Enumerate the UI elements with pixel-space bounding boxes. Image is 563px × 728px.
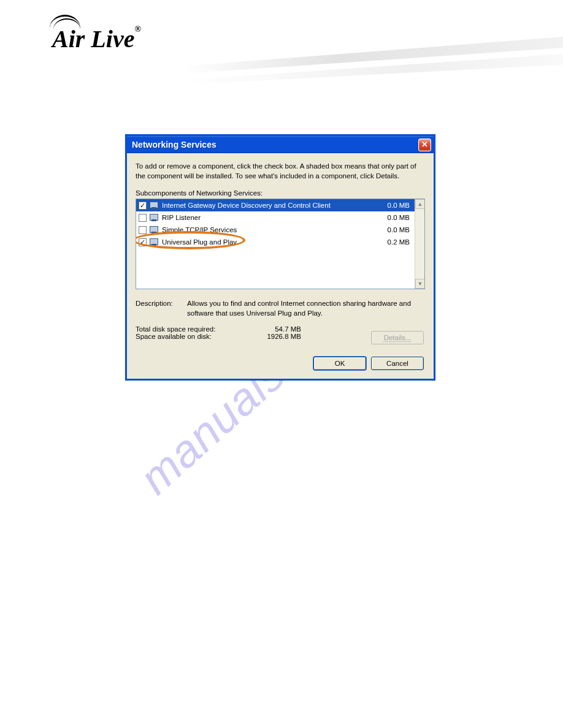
close-icon: ✕ bbox=[421, 140, 428, 148]
list-item[interactable]: Simple TCP/IP Services0.0 MB bbox=[136, 224, 424, 236]
list-item[interactable]: ✓Internet Gateway Device Discovery and C… bbox=[136, 199, 424, 211]
dialog-titlebar: Networking Services ✕ bbox=[127, 136, 434, 153]
cancel-button[interactable]: Cancel bbox=[371, 357, 424, 370]
details-button: Details... bbox=[371, 331, 424, 344]
document-page: Air Live® manualshive.com Networking Ser… bbox=[0, 0, 563, 728]
brand-logo: Air Live® bbox=[52, 25, 141, 53]
subcomponents-label: Subcomponents of Networking Services: bbox=[136, 189, 425, 197]
ok-button[interactable]: OK bbox=[313, 357, 366, 370]
item-size: 0.0 MB bbox=[375, 202, 412, 209]
item-size: 0.0 MB bbox=[375, 226, 412, 233]
subcomponents-listbox[interactable]: ✓Internet Gateway Device Discovery and C… bbox=[136, 199, 425, 289]
available-space-label: Space available on disk: bbox=[136, 333, 246, 340]
listbox-scrollbar[interactable]: ▲ ▼ bbox=[415, 199, 424, 289]
checkbox[interactable]: ✓ bbox=[139, 202, 147, 210]
item-size: 0.0 MB bbox=[375, 214, 412, 221]
networking-services-dialog: Networking Services ✕ To add or remove a… bbox=[125, 134, 435, 381]
list-item[interactable]: ✓Universal Plug and Play0.2 MB bbox=[136, 236, 424, 248]
item-name: Universal Plug and Play bbox=[162, 238, 375, 246]
total-space-label: Total disk space required: bbox=[136, 325, 246, 333]
dialog-title: Networking Services bbox=[132, 140, 216, 150]
dialog-instructions: To add or remove a component, click the … bbox=[136, 162, 425, 181]
checkbox[interactable] bbox=[139, 214, 147, 222]
close-button[interactable]: ✕ bbox=[418, 138, 431, 151]
available-space-value: 1926.8 MB bbox=[246, 333, 301, 340]
description-label: Description: bbox=[136, 299, 187, 318]
item-name: Internet Gateway Device Discovery and Co… bbox=[162, 202, 375, 209]
item-size: 0.2 MB bbox=[375, 238, 412, 246]
item-name: Simple TCP/IP Services bbox=[162, 226, 375, 233]
dialog-body: To add or remove a component, click the … bbox=[127, 153, 434, 347]
network-component-icon bbox=[150, 213, 159, 222]
list-item[interactable]: RIP Listener0.0 MB bbox=[136, 211, 424, 224]
scroll-up-icon[interactable]: ▲ bbox=[415, 199, 425, 209]
network-component-icon bbox=[150, 238, 159, 246]
description-text: Allows you to find and control Internet … bbox=[187, 299, 425, 318]
total-space-value: 54.7 MB bbox=[246, 325, 301, 333]
scroll-down-icon[interactable]: ▼ bbox=[415, 279, 425, 289]
checkbox[interactable]: ✓ bbox=[139, 238, 147, 246]
item-name: RIP Listener bbox=[162, 214, 375, 221]
checkbox[interactable] bbox=[139, 226, 147, 234]
network-component-icon bbox=[150, 226, 159, 234]
header-swoosh-graphic bbox=[183, 37, 563, 92]
network-component-icon bbox=[150, 201, 159, 210]
